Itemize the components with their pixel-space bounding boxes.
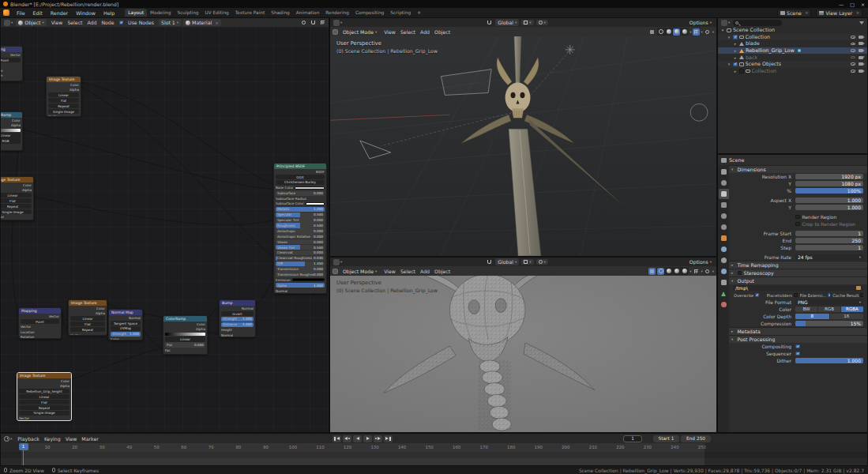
menu-edit[interactable]: Edit xyxy=(29,9,47,17)
panel-header-dimensions[interactable]: ▾Dimensions xyxy=(729,165,867,173)
panel-header-stereoscopy[interactable]: ▸Stereoscopy xyxy=(729,269,867,276)
properties-tab-object-data[interactable] xyxy=(719,288,729,299)
editor-type-button[interactable]: ▾ xyxy=(3,436,13,442)
panel-checkbox[interactable] xyxy=(738,271,742,276)
menu-select[interactable]: Select xyxy=(398,269,418,274)
menu-node[interactable]: Node xyxy=(99,20,116,25)
filter-icon[interactable] xyxy=(858,19,865,26)
shading-rendered-button[interactable] xyxy=(681,28,688,36)
menu-add[interactable]: Add xyxy=(418,29,432,35)
workspace-tab-modeling[interactable]: Modeling xyxy=(147,9,174,17)
checkbox-sequencer[interactable] xyxy=(795,352,800,356)
aspect-x-input[interactable]: 1.000 xyxy=(795,198,863,204)
eye-icon[interactable] xyxy=(851,70,855,73)
eye-icon[interactable] xyxy=(851,43,855,46)
workspace-tab-animation[interactable]: Animation xyxy=(293,9,323,17)
checkbox-cache-result[interactable]: Cache Result xyxy=(832,293,863,298)
compression-input[interactable]: 15% xyxy=(795,321,863,327)
-input[interactable]: 100% xyxy=(795,188,863,194)
workspace-tab-scripting[interactable]: Scripting xyxy=(387,9,414,17)
unlink-view-layer-button[interactable]: × xyxy=(855,10,859,15)
properties-tab-material[interactable] xyxy=(719,299,729,310)
shading-dropdown[interactable]: ▾ xyxy=(690,269,691,273)
shading-material-button[interactable] xyxy=(673,268,680,275)
workspace-tab-shading[interactable]: Shading xyxy=(268,9,293,17)
node-graph-canvas[interactable]: MappingVectorPointVectorLocationRotation… xyxy=(1,27,329,432)
gizmos-toggle[interactable] xyxy=(704,28,711,36)
properties-tab-render[interactable] xyxy=(719,178,729,188)
snap-magnet-toggle[interactable] xyxy=(486,258,493,265)
menu-add[interactable]: Add xyxy=(418,269,432,274)
properties-tab-world[interactable] xyxy=(719,222,729,232)
overlays-toggle[interactable] xyxy=(693,28,700,36)
panel-header-time-remapping[interactable]: ▸Time Remapping xyxy=(729,261,867,269)
shader-node-bump[interactable]: BumpNormalInvertStrength1.000Distance1.0… xyxy=(219,299,256,337)
shader-node-mapping[interactable]: MappingVectorPointVectorLocationRotation xyxy=(18,307,62,339)
outliner-row-blade[interactable]: ▸blade xyxy=(718,40,867,47)
play-button[interactable] xyxy=(363,435,372,442)
shader-type-dropdown[interactable]: Object▾ xyxy=(16,19,46,26)
shader-node-colorramp[interactable]: ColorRampColorAlphaLinearRGBFac xyxy=(1,111,23,151)
expander-icon[interactable]: ▾ xyxy=(727,35,731,40)
outliner-row-collection[interactable]: ▸Collection xyxy=(718,68,867,75)
transform-orientation-dropdown[interactable]: Global▾ xyxy=(495,19,519,26)
end-input[interactable]: 250 xyxy=(795,238,863,244)
properties-tab-view-layer[interactable] xyxy=(719,200,729,210)
view-layer-selector[interactable]: View Layer × xyxy=(816,9,862,17)
viewport-bottom-canvas[interactable]: User Perspective (0) Scene Collection | … xyxy=(330,276,716,432)
play-reverse-button[interactable] xyxy=(353,435,362,442)
step-input[interactable]: 1 xyxy=(795,245,863,251)
menu-add[interactable]: Add xyxy=(85,20,99,25)
color-depth-option-16[interactable]: 16 xyxy=(830,314,864,320)
viewport-top-canvas[interactable]: User Perspective (0) Scene Collection | … xyxy=(330,36,716,256)
workspace-tab-layout[interactable]: Layout xyxy=(125,9,147,17)
minimize-button[interactable]: — xyxy=(839,2,844,7)
shader-node-principled-bsdf[interactable]: Principled BSDFBSDFGGXChristensen-Burley… xyxy=(273,163,327,294)
panel-header-metadata[interactable]: ▸Metadata xyxy=(729,327,867,335)
frame-end-input[interactable]: End250 xyxy=(681,435,711,442)
expander-icon[interactable]: ▸ xyxy=(733,69,738,73)
checkbox-compositing[interactable] xyxy=(795,344,800,349)
overlays-dropdown[interactable]: ▾ xyxy=(701,30,702,34)
y-input[interactable]: 1080 px xyxy=(795,181,863,187)
shading-material-button[interactable] xyxy=(673,28,680,36)
workspace-tab-rendering[interactable]: Rendering xyxy=(322,9,352,17)
expander-icon[interactable]: ▾ xyxy=(727,62,731,66)
shader-node-image-texture[interactable]: Image TextureColorAlphaLinearFlatRepeatV… xyxy=(68,299,107,336)
menu-keying[interactable]: Keying xyxy=(42,436,63,442)
expander-icon[interactable]: ▸ xyxy=(733,48,738,53)
camera-icon[interactable] xyxy=(859,70,863,73)
properties-tab-object[interactable] xyxy=(719,233,729,243)
xray-toggle[interactable] xyxy=(648,28,656,36)
overlays-toggle[interactable] xyxy=(319,19,326,26)
shading-wireframe-button[interactable] xyxy=(657,28,664,36)
outliner-search-input[interactable] xyxy=(733,20,782,26)
menu-select[interactable]: Select xyxy=(65,20,85,25)
unlink-scene-button[interactable]: × xyxy=(805,10,809,15)
menu-marker[interactable]: Marker xyxy=(79,436,100,442)
expander-icon[interactable]: ▾ xyxy=(720,28,725,32)
xray-toggle[interactable] xyxy=(648,268,656,275)
titlebar[interactable]: Blender* [E:/Project/Rebellion/render.bl… xyxy=(0,0,868,8)
timeline-track-area[interactable]: 1102030405060708090100110120130140150160… xyxy=(1,443,867,465)
collection-checkbox[interactable] xyxy=(733,35,738,40)
maximize-button[interactable]: □ xyxy=(850,2,855,7)
shader-node-image-texture[interactable]: Image TextureColorAlphaLinearFlatRepeatS… xyxy=(1,176,34,220)
shading-dropdown[interactable]: ▾ xyxy=(690,30,691,34)
checkbox-placeholders[interactable]: Placeholders xyxy=(767,293,798,298)
options-dropdown[interactable]: Options▾ xyxy=(687,258,714,265)
color-option-rgba[interactable]: RGBA xyxy=(841,307,863,313)
menu-file[interactable]: File xyxy=(13,9,29,17)
menu-view[interactable]: View xyxy=(381,269,398,274)
properties-tab-particles[interactable] xyxy=(719,255,729,265)
properties-tab-modifiers[interactable] xyxy=(719,244,729,254)
resolution-x-input[interactable]: 1920 px xyxy=(795,174,863,180)
editor-type-button[interactable]: ▾ xyxy=(333,20,343,26)
properties-tab-scene[interactable] xyxy=(719,211,729,221)
playhead[interactable]: 1 xyxy=(23,443,24,465)
menu-playback[interactable]: Playback xyxy=(15,436,42,442)
frame-rate-dropdown[interactable]: 24 fps▾ xyxy=(795,254,863,261)
snapping-dropdown[interactable]: ▾ xyxy=(521,20,533,25)
menu-help[interactable]: Help xyxy=(100,9,118,17)
camera-icon[interactable] xyxy=(859,42,863,45)
